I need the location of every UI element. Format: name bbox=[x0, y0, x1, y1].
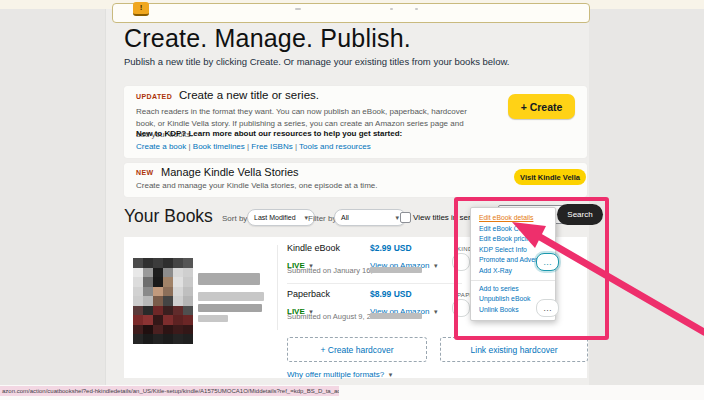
format-name-kindle-ebook: Kindle eBook bbox=[287, 243, 340, 253]
kdp-alert-banner bbox=[112, 3, 590, 23]
your-books-title: Your Books bbox=[124, 206, 213, 227]
create-hardcover-button[interactable]: + Create hardcover bbox=[287, 337, 427, 362]
link-create-a-book[interactable]: Create a book bbox=[136, 142, 186, 151]
actions-pill-partial[interactable] bbox=[452, 299, 470, 317]
menu-divider bbox=[471, 280, 555, 281]
actions-pill-partial[interactable] bbox=[452, 253, 470, 271]
menu-item-edit-ebook-pricing[interactable]: Edit eBook pricing bbox=[471, 234, 555, 245]
sort-by-label: Sort by: bbox=[222, 214, 250, 223]
blurred-title-line bbox=[198, 315, 228, 322]
book-cover-mosaic bbox=[133, 258, 193, 344]
sort-select-value: Last Modified bbox=[254, 214, 296, 221]
chevron-down-icon: ▾ bbox=[434, 262, 438, 269]
link-existing-hardcover-button[interactable]: Link existing hardcover bbox=[440, 337, 588, 362]
updated-title: Create a new title or series. bbox=[179, 89, 319, 101]
asin-blur bbox=[370, 267, 422, 273]
updated-badge: UPDATED bbox=[136, 93, 172, 100]
isbn-blur bbox=[370, 313, 422, 319]
format-divider-horizontal bbox=[287, 283, 462, 284]
search-button[interactable]: Search bbox=[557, 204, 603, 225]
status-bar-url: azon.com/action/cuatbookshel?ed-hkindled… bbox=[0, 386, 339, 396]
visit-kindle-vella-button[interactable]: Visit Kindle Vella bbox=[514, 169, 586, 185]
ellipsis-icon: … bbox=[543, 305, 552, 311]
filter-select[interactable]: All ▾ bbox=[334, 209, 406, 226]
alert-icon: ! bbox=[133, 2, 149, 16]
link-free-isbns[interactable]: Free ISBNs bbox=[251, 142, 292, 151]
new-badge: NEW bbox=[136, 169, 154, 176]
ellipsis-menu-button-kindle[interactable]: … bbox=[536, 253, 559, 271]
price: $2.99 USD bbox=[370, 243, 412, 253]
price: $8.99 USD bbox=[370, 289, 412, 299]
view-titles-checkbox[interactable] bbox=[400, 212, 411, 223]
menu-item-add-to-series[interactable]: Add to series bbox=[471, 284, 555, 295]
link-tools-resources[interactable]: Tools and resources bbox=[299, 142, 371, 151]
submitted-date: Submitted on August 9, 2018 bbox=[287, 312, 383, 321]
menu-item-edit-ebook-details[interactable]: Edit eBook details bbox=[471, 213, 555, 224]
filter-select-value: All bbox=[341, 214, 349, 221]
chevron-down-icon: ▾ bbox=[389, 371, 393, 378]
banner-remnant-mark bbox=[390, 8, 393, 10]
menu-item-edit-ebook-content[interactable]: Edit eBook Content bbox=[471, 224, 555, 235]
chevron-down-icon: ▾ bbox=[395, 214, 399, 222]
format-divider-vertical bbox=[277, 245, 278, 330]
resource-links: Create a book | Book timelines | Free IS… bbox=[136, 142, 371, 151]
banner-remnant-mark bbox=[415, 8, 418, 10]
vella-title: Manage Kindle Vella Stories bbox=[161, 166, 299, 178]
banner-remnant-mark bbox=[295, 8, 301, 10]
kdp-bookshelf-page: ! Create. Manage. Publish. Publish a new… bbox=[0, 0, 704, 400]
create-button[interactable]: + Create bbox=[508, 94, 575, 119]
blurred-title-line bbox=[198, 292, 264, 301]
why-multiple-formats-link[interactable]: Why offer multiple formats? ▾ bbox=[287, 363, 392, 381]
kdp-resources-note: New to KDP? Learn more about our resourc… bbox=[136, 129, 402, 138]
chevron-down-icon: ▾ bbox=[434, 308, 438, 315]
blurred-title-line bbox=[198, 273, 260, 285]
ellipsis-icon: … bbox=[543, 259, 552, 265]
page-title: Create. Manage. Publish. bbox=[124, 24, 411, 53]
format-name-paperback: Paperback bbox=[287, 289, 330, 299]
page-subtitle: Publish a new title by clicking Create. … bbox=[124, 56, 509, 67]
blurred-title-line bbox=[198, 304, 262, 312]
sort-select[interactable]: Last Modified ▾ bbox=[247, 209, 315, 226]
link-book-timelines[interactable]: Book timelines bbox=[193, 142, 245, 151]
vella-desc: Create and manage your Kindle Vella stor… bbox=[136, 181, 377, 190]
ellipsis-menu-button-paperback[interactable]: … bbox=[536, 299, 559, 317]
